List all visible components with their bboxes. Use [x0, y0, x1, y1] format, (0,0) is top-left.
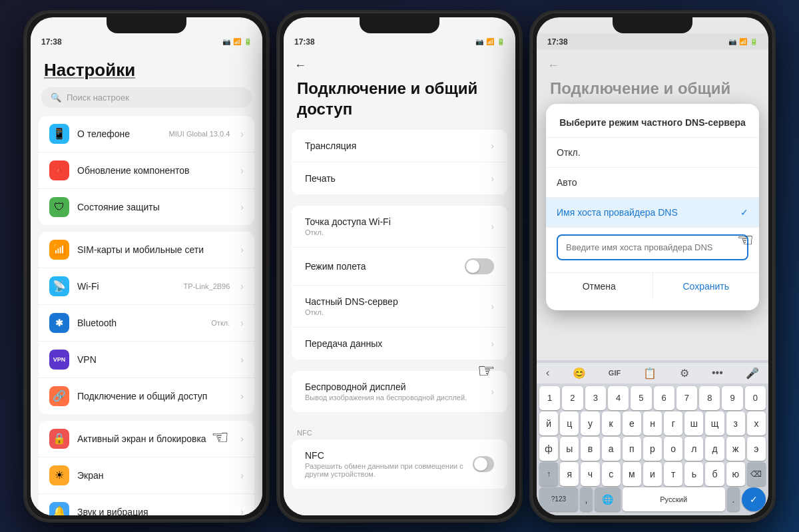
battery-icon-3: 🔋: [750, 38, 758, 45]
key-period[interactable]: .: [727, 487, 740, 511]
sim-chevron: ›: [240, 244, 244, 255]
screenshot-icon: 📷: [222, 38, 230, 45]
nfc-toggle[interactable]: [473, 456, 494, 472]
key-9[interactable]: 9: [722, 386, 742, 410]
wireless-title: Беспроводной дисплей: [305, 382, 467, 392]
key-6[interactable]: 6: [654, 386, 674, 410]
settings-item-vpn[interactable]: VPN VPN ›: [39, 342, 254, 378]
key-ч[interactable]: ч: [581, 462, 599, 486]
key-щ[interactable]: щ: [705, 411, 724, 435]
menu-item-nfc[interactable]: NFC Разрешить обмен данными при совмещен…: [292, 439, 507, 489]
kb-settings-icon[interactable]: ⚙: [676, 366, 693, 381]
key-к[interactable]: к: [602, 411, 621, 435]
menu-item-data[interactable]: Передача данных ›: [292, 328, 507, 360]
key-л[interactable]: л: [684, 437, 703, 461]
connection-screen[interactable]: ← Подключение и общий доступ Трансляция …: [284, 49, 515, 515]
key-2[interactable]: 2: [562, 386, 583, 410]
key-й[interactable]: й: [539, 411, 558, 435]
key-0[interactable]: 0: [745, 386, 766, 410]
key-num-switch[interactable]: ?123: [539, 487, 578, 511]
dns-dialog[interactable]: Выберите режим частного DNS-сервера Откл…: [546, 104, 759, 310]
cursor-2: ☞: [477, 359, 495, 382]
kb-back-icon[interactable]: ‹: [542, 366, 553, 380]
settings-item-sound[interactable]: 🔔 Звук и вибрация ›: [39, 494, 254, 515]
key-4[interactable]: 4: [608, 386, 629, 410]
key-comma[interactable]: ,: [580, 487, 593, 511]
kb-clipboard-icon[interactable]: 📋: [639, 366, 661, 381]
settings-item-connection[interactable]: 🔗 Подключение и общий доступ ›: [39, 378, 254, 414]
key-м[interactable]: м: [623, 462, 641, 486]
airplane-knob: [466, 260, 479, 273]
key-ы[interactable]: ы: [560, 437, 579, 461]
key-backspace[interactable]: ⌫: [747, 462, 766, 486]
settings-item-security[interactable]: 🛡 Состояние защиты ›: [39, 189, 254, 225]
key-р[interactable]: р: [643, 437, 662, 461]
key-8[interactable]: 8: [699, 386, 720, 410]
key-space[interactable]: Русский: [623, 487, 725, 511]
key-т[interactable]: т: [664, 462, 682, 486]
key-п[interactable]: п: [623, 437, 641, 461]
airplane-toggle[interactable]: [465, 258, 494, 274]
key-ц[interactable]: ц: [560, 411, 579, 435]
settings-item-display[interactable]: ☀ Экран ›: [39, 457, 254, 494]
settings-item-sim[interactable]: 📶 SIM-карты и мобильные сети ›: [39, 232, 254, 268]
key-н[interactable]: н: [643, 411, 662, 435]
key-5[interactable]: 5: [631, 386, 651, 410]
settings-item-update[interactable]: 🔺 Обновление компонентов ›: [39, 152, 254, 189]
key-б[interactable]: б: [705, 462, 724, 486]
dns-input-row: [546, 228, 759, 267]
dialog-buttons: Отмена Сохранить: [546, 272, 759, 300]
menu-item-broadcast[interactable]: Трансляция ›: [292, 130, 507, 162]
key-ь[interactable]: ь: [684, 462, 703, 486]
key-д[interactable]: д: [705, 437, 724, 461]
key-ю[interactable]: ю: [726, 462, 745, 486]
settings-item-bluetooth[interactable]: ✱ Bluetooth Откл. ›: [39, 305, 254, 342]
menu-item-wireless[interactable]: Беспроводной дисплей Вывод изображения н…: [292, 371, 507, 413]
dialog-option-auto[interactable]: Авто: [546, 168, 759, 198]
key-г[interactable]: г: [664, 411, 682, 435]
dialog-option-off[interactable]: Откл.: [546, 138, 759, 168]
time-3: 17:38: [547, 37, 568, 47]
back-btn-2[interactable]: ←: [284, 49, 515, 75]
menu-item-airplane[interactable]: Режим полета: [292, 248, 507, 286]
search-bar[interactable]: 🔍 Поиск настроек: [41, 87, 252, 108]
settings-item-wifi[interactable]: 📡 Wi-Fi TP-Link_2B96 ›: [39, 268, 254, 305]
cancel-button[interactable]: Отмена: [546, 273, 653, 300]
kb-emoji-icon[interactable]: 😊: [569, 366, 590, 381]
key-и[interactable]: и: [643, 462, 662, 486]
letter-row-1: й ц у к е н г ш щ з х: [539, 411, 766, 435]
key-х[interactable]: х: [747, 411, 766, 435]
key-ж[interactable]: ж: [726, 437, 745, 461]
menu-item-hotspot[interactable]: Точка доступа Wi-Fi Откл. ›: [292, 206, 507, 248]
menu-item-print[interactable]: Печать ›: [292, 162, 507, 195]
key-з[interactable]: з: [726, 411, 745, 435]
save-button[interactable]: Сохранить: [653, 273, 760, 300]
kb-mic-icon[interactable]: 🎤: [742, 366, 763, 381]
key-я[interactable]: я: [560, 462, 579, 486]
key-ф[interactable]: ф: [539, 437, 558, 461]
dialog-option-host[interactable]: Имя хоста провайдера DNS ✓: [546, 198, 759, 228]
key-а[interactable]: а: [602, 437, 621, 461]
key-globe[interactable]: 🌐: [595, 487, 621, 511]
kb-gif-icon[interactable]: GIF: [605, 368, 625, 378]
key-ш[interactable]: ш: [684, 411, 703, 435]
key-у[interactable]: у: [581, 411, 599, 435]
key-е[interactable]: е: [623, 411, 641, 435]
key-3[interactable]: 3: [585, 386, 606, 410]
key-1[interactable]: 1: [539, 386, 560, 410]
key-о[interactable]: о: [664, 437, 682, 461]
broadcast-title: Трансляция: [305, 140, 356, 151]
nfc-sub: Разрешить обмен данными при совмещении с…: [305, 462, 473, 478]
key-shift[interactable]: ↑: [539, 462, 558, 486]
key-с[interactable]: с: [602, 462, 621, 486]
settings-item-phone[interactable]: 📱 О телефоне MIUI Global 13.0.4 ›: [39, 116, 254, 152]
phones-container: 17:38 📷 📶 🔋 Настройки 🔍 Поиск настроек 📱: [0, 0, 799, 532]
key-э[interactable]: э: [747, 437, 766, 461]
key-в[interactable]: в: [581, 437, 599, 461]
key-enter[interactable]: ✓: [742, 487, 766, 511]
wifi-icon-2: 📶: [486, 38, 494, 45]
dns-hostname-input[interactable]: [557, 234, 748, 260]
menu-item-dns[interactable]: Частный DNS-сервер Откл. ›: [292, 286, 507, 328]
key-7[interactable]: 7: [676, 386, 697, 410]
kb-more-icon[interactable]: •••: [708, 366, 727, 380]
